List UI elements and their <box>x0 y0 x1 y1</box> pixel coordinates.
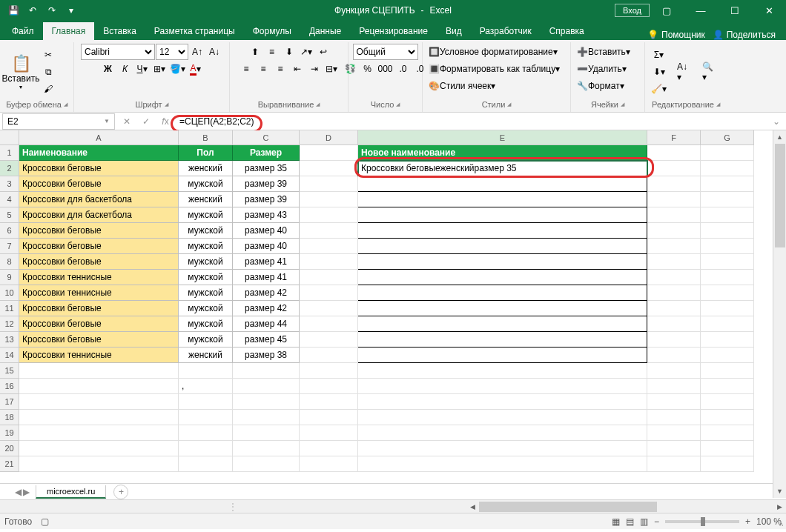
cell-B11[interactable]: мужской <box>179 301 233 316</box>
cell-B3[interactable]: мужской <box>179 176 233 192</box>
indent-dec-icon[interactable]: ⇤ <box>289 61 306 77</box>
cell-D14[interactable] <box>300 348 358 363</box>
cell-E11[interactable] <box>358 301 647 316</box>
align-right-icon[interactable]: ≡ <box>272 61 288 77</box>
cell-A10[interactable]: Кроссовки теннисные <box>19 285 179 301</box>
delete-cells-button[interactable]: ➖ Удалить▾ <box>575 61 628 77</box>
formula-input[interactable]: =СЦЕП(A2;B2;C2) <box>175 116 767 127</box>
cell-B18[interactable] <box>179 410 233 425</box>
cut-icon[interactable]: ✂ <box>40 47 56 63</box>
cell-D11[interactable] <box>300 301 358 316</box>
cell-E4[interactable] <box>358 192 647 207</box>
cell-A8[interactable]: Кроссовки беговые <box>19 254 179 270</box>
cell-D2[interactable] <box>300 161 358 176</box>
cell-C12[interactable]: размер 44 <box>233 316 300 332</box>
cell-A15[interactable] <box>19 363 179 379</box>
cell-A2[interactable]: Кроссовки беговые <box>19 161 179 176</box>
redo-icon[interactable]: ↷ <box>43 1 61 19</box>
cell-A16[interactable] <box>19 379 179 394</box>
cell-F11[interactable] <box>647 301 701 316</box>
row-header-6[interactable]: 6 <box>0 223 19 239</box>
cell-E13[interactable] <box>358 332 647 348</box>
cell-A18[interactable] <box>19 410 179 425</box>
border-button[interactable]: ⊞▾ <box>151 61 168 77</box>
cell-D19[interactable] <box>300 425 358 441</box>
ribbon-options-icon[interactable]: ▢ <box>650 0 684 21</box>
cell-D6[interactable] <box>300 223 358 239</box>
cell-F6[interactable] <box>647 223 701 239</box>
cell-E3[interactable] <box>358 176 647 192</box>
cell-F20[interactable] <box>647 441 701 456</box>
cell-G18[interactable] <box>701 410 754 425</box>
cell-C4[interactable]: размер 39 <box>233 192 300 207</box>
cell-B4[interactable]: женский <box>179 192 233 207</box>
cell-E6[interactable] <box>358 223 647 239</box>
cell-E12[interactable] <box>358 316 647 332</box>
cell-B2[interactable]: женский <box>179 161 233 176</box>
horizontal-scrollbar[interactable]: ⋮ ◀ ▶ <box>0 499 786 513</box>
cell-A9[interactable]: Кроссовки теннисные <box>19 270 179 285</box>
cell-C1[interactable]: Размер <box>233 145 300 161</box>
row-header-17[interactable]: 17 <box>0 394 19 410</box>
col-header-C[interactable]: C <box>233 130 300 145</box>
zoom-in-icon[interactable]: + <box>745 516 750 527</box>
col-header-F[interactable]: F <box>647 130 701 145</box>
cell-B7[interactable]: мужской <box>179 239 233 254</box>
cell-B20[interactable] <box>179 441 233 456</box>
cancel-formula-icon[interactable]: ✕ <box>117 113 136 130</box>
cell-D9[interactable] <box>300 270 358 285</box>
cell-F3[interactable] <box>647 176 701 192</box>
fx-icon[interactable]: fx <box>156 113 175 130</box>
align-left-icon[interactable]: ≡ <box>238 61 254 77</box>
row-header-8[interactable]: 8 <box>0 254 19 270</box>
cell-G10[interactable] <box>701 285 754 301</box>
macro-record-icon[interactable]: ▢ <box>41 516 49 527</box>
sign-in-button[interactable]: Вход <box>615 4 650 17</box>
cell-F12[interactable] <box>647 316 701 332</box>
cell-E18[interactable] <box>358 410 647 425</box>
cell-D13[interactable] <box>300 332 358 348</box>
cell-F9[interactable] <box>647 270 701 285</box>
format-table-button[interactable]: 🔳 Форматировать как таблицу▾ <box>427 61 561 77</box>
cell-B16[interactable]: , <box>179 379 233 394</box>
cell-D12[interactable] <box>300 316 358 332</box>
row-header-21[interactable]: 21 <box>0 456 19 472</box>
cell-C7[interactable]: размер 40 <box>233 239 300 254</box>
font-color-button[interactable]: A▾ <box>188 61 204 77</box>
cell-G21[interactable] <box>701 456 754 472</box>
copy-icon[interactable]: ⧉ <box>40 64 56 80</box>
cell-C2[interactable]: размер 35 <box>233 161 300 176</box>
cell-F19[interactable] <box>647 425 701 441</box>
cell-C21[interactable] <box>233 456 300 472</box>
cell-E5[interactable] <box>358 207 647 223</box>
cell-C14[interactable]: размер 38 <box>233 348 300 363</box>
view-pagelayout-icon[interactable]: ▤ <box>626 516 634 527</box>
tab-review[interactable]: Рецензирование <box>350 22 437 40</box>
enter-formula-icon[interactable]: ✓ <box>136 113 156 130</box>
cell-A19[interactable] <box>19 425 179 441</box>
cell-C10[interactable]: размер 42 <box>233 285 300 301</box>
cell-D21[interactable] <box>300 456 358 472</box>
increase-font-icon[interactable]: A↑ <box>189 44 205 60</box>
cell-B8[interactable]: мужской <box>179 254 233 270</box>
worksheet-grid[interactable]: ABCDEFG 12345678910111213141516171819202… <box>0 130 786 483</box>
font-size-select[interactable]: 12 <box>156 44 188 60</box>
row-header-5[interactable]: 5 <box>0 207 19 223</box>
tab-formulas[interactable]: Формулы <box>244 22 300 40</box>
cell-B1[interactable]: Пол <box>179 145 233 161</box>
insert-cells-button[interactable]: ➕ Вставить▾ <box>575 44 632 60</box>
cell-E16[interactable] <box>358 379 647 394</box>
minimize-icon[interactable]: ― <box>684 0 718 21</box>
cell-A21[interactable] <box>19 456 179 472</box>
share-button[interactable]: 👤 Поделиться <box>713 30 776 40</box>
vertical-scrollbar[interactable]: ▲ ▼ <box>773 130 786 498</box>
row-header-4[interactable]: 4 <box>0 192 19 207</box>
cell-D5[interactable] <box>300 207 358 223</box>
name-box[interactable]: E2▼ <box>2 113 115 130</box>
cell-D10[interactable] <box>300 285 358 301</box>
cell-D7[interactable] <box>300 239 358 254</box>
align-center-icon[interactable]: ≡ <box>255 61 271 77</box>
merge-button[interactable]: ⊟▾ <box>323 61 340 77</box>
cell-G8[interactable] <box>701 254 754 270</box>
tab-file[interactable]: Файл <box>3 22 43 40</box>
